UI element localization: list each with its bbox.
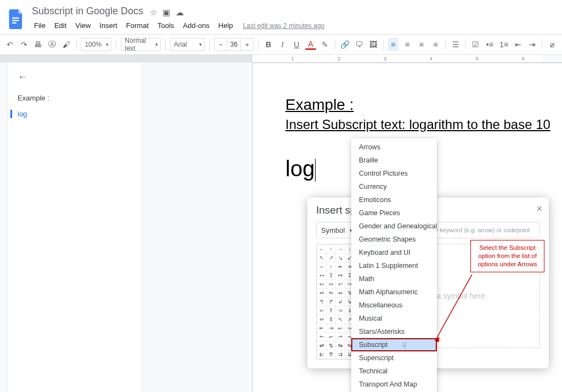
vertical-ruler[interactable] [0,63,8,392]
category-option-arrows[interactable]: Arrows [351,141,437,154]
doc-body-text[interactable]: log [285,156,314,181]
char-cell[interactable]: ↫ [317,289,327,298]
bulleted-list-button[interactable]: •≡ [485,38,496,51]
spellcheck-button[interactable]: Ⓐ [47,38,58,51]
char-cell[interactable]: ↖ [317,254,327,262]
last-edit-link[interactable]: Last edit was 2 minutes ago [243,22,325,30]
horizontal-ruler[interactable]: 123456 [0,55,562,63]
align-center-button[interactable]: ≡ [402,38,413,51]
char-cell[interactable]: → [336,245,345,254]
char-cell[interactable]: ↦ [336,271,345,280]
document-title[interactable]: Subscript in Google Docs [30,4,145,18]
category-option-musical[interactable]: Musical [351,312,437,325]
menu-add-ons[interactable]: Add-ons [178,19,213,32]
indent-inc-button[interactable]: ⇥ [527,38,538,51]
font-size-value[interactable]: 36 [227,38,241,51]
char-cell[interactable]: ↣ [327,280,336,289]
dialog-close-button[interactable]: × [536,203,542,215]
category-option-math[interactable]: Math [351,272,437,285]
category-option-technical[interactable]: Technical [351,365,437,378]
char-cell[interactable]: ⇑ [327,306,336,315]
doc-subheading[interactable]: Insert Subscript text: logarithm to the … [285,117,562,132]
category-option-game-pieces[interactable]: Game Pieces [351,206,437,220]
char-cell[interactable]: ↬ [327,289,336,298]
clear-formatting-button[interactable]: ⌀ [547,38,558,51]
menu-edit[interactable]: Edit [50,19,71,32]
move-icon[interactable]: ▣ [162,8,170,18]
print-button[interactable]: 🖶 [32,38,43,51]
undo-button[interactable]: ↶ [4,38,15,51]
character-grid[interactable]: ←↑→↓↖↗↘↙↔↕↞↠↤↥↦↧↢↣↩↪↫↬↭↯↰↱↲↳⇐⇑⇒⇓⇔⇕⇖⇗⇤⇥↜↝… [316,244,355,360]
char-cell[interactable]: ↗ [327,254,336,262]
paragraph-style-select[interactable]: Normal text [121,38,161,51]
align-justify-button[interactable]: ≡ [430,38,441,51]
char-cell[interactable]: ⇤ [317,324,327,333]
char-cell[interactable]: ⇒ [336,306,345,315]
char-cell[interactable]: ↕ [327,262,336,271]
char-cell[interactable]: ↢ [317,280,327,289]
align-left-button[interactable]: ≡ [388,38,399,51]
highlight-button[interactable]: ✎ [319,38,330,51]
menu-insert[interactable]: Insert [95,19,122,32]
category-option-math-alphanumeric[interactable]: Math Alphanumeric [351,285,437,299]
char-cell[interactable]: ↜ [336,324,345,333]
category-option-stars-asterisks[interactable]: Stars/Asterisks [351,325,437,338]
doc-heading[interactable]: Example : [285,96,562,114]
font-size-increase[interactable]: + [241,41,253,49]
char-cell[interactable]: ↩ [336,280,345,289]
category-option-braille[interactable]: Braille [351,154,437,167]
char-cell[interactable]: ⇖ [336,315,345,324]
checklist-button[interactable]: ☑ [470,38,481,51]
link-button[interactable]: 🔗 [340,38,351,51]
char-cell[interactable]: ⇐ [317,306,327,315]
star-icon[interactable]: ☆ [150,8,157,18]
menu-file[interactable]: File [30,19,50,32]
outline-item[interactable]: log [10,110,132,118]
char-cell[interactable]: ⇆ [336,341,345,350]
category-option-gender-and-genealogical[interactable]: Gender and Genealogical [351,220,437,233]
category-option-currency[interactable]: Currency [351,180,437,193]
redo-button[interactable]: ↷ [19,38,30,51]
char-cell[interactable]: ⇥ [327,324,336,333]
char-cell[interactable]: ⇅ [327,341,336,350]
char-cell[interactable]: ↑ [327,245,336,254]
underline-button[interactable]: U [291,38,302,51]
char-cell[interactable]: ⇉ [336,350,345,359]
category-option-subscript[interactable]: Subscript [351,338,437,351]
char-cell[interactable]: ↞ [336,262,345,271]
indent-dec-button[interactable]: ⇤ [513,38,524,51]
char-cell[interactable]: ↭ [336,289,345,298]
font-select[interactable]: Arial [170,38,205,51]
char-cell[interactable]: ↱ [327,298,336,306]
menu-format[interactable]: Format [122,19,153,32]
category-option-keyboard-and-ui[interactable]: Keyboard and UI [351,246,437,259]
char-cell[interactable]: ⇇ [317,350,327,359]
category-option-emoticons[interactable]: Emoticons [351,193,437,206]
char-cell[interactable]: ⇕ [327,315,336,324]
zoom-select[interactable]: 100% [81,38,111,51]
font-size-decrease[interactable]: − [215,41,227,49]
char-cell[interactable]: ⇄ [317,341,327,350]
char-cell[interactable]: ↥ [327,271,336,280]
category-type-select[interactable]: Symbol [316,222,356,238]
menu-tools[interactable]: Tools [153,19,178,32]
outline-heading[interactable]: Example : [18,94,132,102]
numbered-list-button[interactable]: 1≡ [498,38,509,51]
category-option-control-pictures[interactable]: Control Pictures [351,167,437,180]
comment-button[interactable]: 🗨 [353,38,364,51]
char-cell[interactable]: ↤ [317,271,327,280]
line-spacing-button[interactable]: ☰ [450,38,461,51]
font-size-stepper[interactable]: − 36 + [214,38,254,51]
paint-format-button[interactable]: 🖌 [61,38,72,51]
text-color-button[interactable]: A [305,39,316,50]
char-cell[interactable]: ⇀ [336,333,345,341]
category-option-geometric-shapes[interactable]: Geometric Shapes [351,233,437,246]
char-cell[interactable]: ↼ [317,333,327,341]
char-cell[interactable]: ↲ [336,298,345,306]
outline-back-icon[interactable]: ← [18,71,27,83]
align-right-button[interactable]: ≡ [416,38,427,51]
char-cell[interactable]: ← [317,245,327,254]
category-option-superscript[interactable]: Superscript [351,351,437,365]
category-option-transport-and-map[interactable]: Transport And Map [351,378,437,391]
subcategory-dropdown-list[interactable]: ArrowsBrailleControl PicturesCurrencyEmo… [351,138,437,392]
